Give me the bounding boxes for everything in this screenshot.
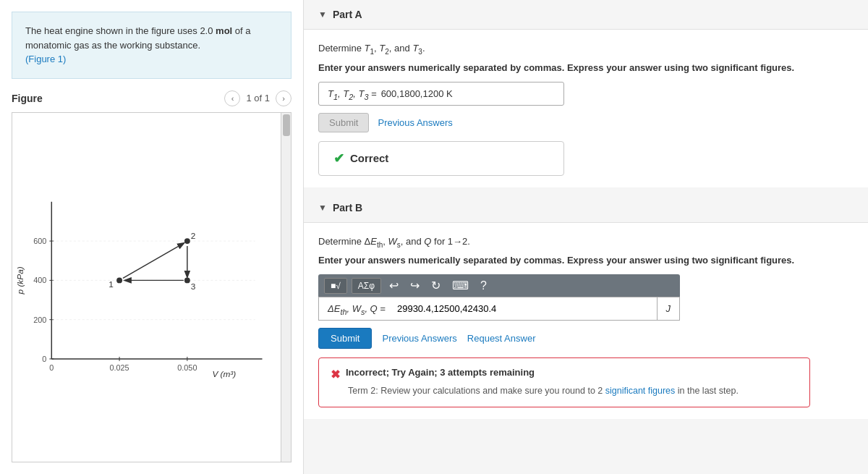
part-b-section: ▼ Part B Determine ΔEth, Ws, and Q for 1…	[304, 193, 868, 419]
part-b-question: Determine ΔEth, Ws, and Q for 1→2.	[318, 234, 854, 249]
incorrect-detail-text2: in the last step.	[678, 386, 739, 396]
check-icon: ✔	[333, 151, 344, 166]
svg-text:p (kPa): p (kPa)	[15, 266, 25, 295]
incorrect-header-text: Incorrect; Try Again; 3 attempts remaini…	[346, 367, 535, 378]
part-b-instruction: Enter your answers numerically separated…	[318, 254, 854, 267]
part-a-answer-value: 600,1800,1200 K	[381, 88, 453, 99]
svg-text:600: 600	[33, 237, 46, 245]
svg-text:0: 0	[49, 363, 54, 371]
svg-text:0.025: 0.025	[110, 363, 129, 371]
part-b-previous-answers-link[interactable]: Previous Answers	[382, 333, 456, 344]
left-panel: The heat engine shown in the figure uses…	[0, 0, 304, 474]
math-toolbar: ■√ ΑΣφ ↩ ↪ ↻ ⌨ ?	[318, 274, 680, 297]
svg-point-26	[184, 277, 190, 283]
part-a-input-box: T1, T2, T3 = 600,1800,1200 K	[318, 82, 564, 106]
incorrect-detail: Term 2: Review your calculations and mak…	[331, 384, 798, 398]
matrix-button[interactable]: ■√	[324, 278, 347, 294]
keyboard-button[interactable]: ⌨	[448, 277, 472, 294]
refresh-button[interactable]: ↻	[427, 277, 444, 294]
figure-header: Figure ‹ 1 of 1 ›	[12, 90, 292, 106]
svg-text:0.050: 0.050	[177, 363, 197, 371]
part-b-answer-input[interactable]	[391, 297, 657, 320]
svg-line-21	[123, 243, 184, 278]
prev-figure-button[interactable]: ‹	[224, 90, 240, 106]
svg-text:200: 200	[33, 315, 46, 323]
problem-text-main: The heat engine shown in the figure uses…	[25, 25, 216, 36]
svg-point-25	[184, 238, 190, 244]
part-b-header: ▼ Part B	[304, 193, 868, 223]
part-a-question: Determine T1, T2, and T3.	[318, 41, 854, 56]
correct-label: Correct	[350, 152, 388, 164]
part-b-collapse-icon[interactable]: ▼	[318, 203, 327, 213]
svg-text:3: 3	[191, 282, 196, 292]
part-a-header: ▼ Part A	[304, 0, 868, 30]
part-a-submit-button[interactable]: Submit	[318, 113, 369, 132]
figure-link[interactable]: (Figure 1)	[25, 54, 66, 64]
figure-nav: ‹ 1 of 1 ›	[224, 90, 292, 106]
part-a-actions: Submit Previous Answers	[318, 113, 854, 132]
part-a-formula-prefix: T1, T2, T3 =	[328, 88, 377, 99]
svg-text:0: 0	[42, 354, 46, 363]
part-b-input-container: ΔEth, Ws, Q = J	[318, 297, 680, 321]
redo-button[interactable]: ↪	[407, 277, 423, 294]
part-a-previous-answers-link[interactable]: Previous Answers	[378, 117, 452, 128]
right-panel: ▼ Part A Determine T1, T2, and T3. Enter…	[304, 0, 868, 474]
part-b-submit-button[interactable]: Submit	[318, 328, 372, 349]
incorrect-box: ✖ Incorrect; Try Again; 3 attempts remai…	[318, 357, 810, 407]
correct-box: ✔ Correct	[318, 141, 564, 176]
graph-container: p (kPa) V (m³) 0 200 400 600 0 0.025	[12, 112, 292, 463]
part-b-title: Part B	[333, 202, 362, 213]
significant-figures-link[interactable]: significant figures	[605, 386, 676, 396]
sigma-button[interactable]: ΑΣφ	[352, 278, 381, 294]
svg-text:400: 400	[33, 276, 46, 284]
mol-bold: mol	[216, 25, 232, 36]
figure-counter: 1 of 1	[246, 93, 270, 103]
part-a-collapse-icon[interactable]: ▼	[318, 9, 327, 20]
x-icon: ✖	[331, 368, 340, 381]
figure-section: Figure ‹ 1 of 1 › p (kPa) V (m³) 0 200	[0, 90, 303, 475]
part-b-actions: Submit Previous Answers Request Answer	[318, 328, 854, 349]
graph-scrollbar[interactable]	[281, 113, 291, 462]
part-b-content: Determine ΔEth, Ws, and Q for 1→2. Enter…	[304, 223, 868, 419]
svg-point-24	[116, 277, 122, 283]
part-a-section: ▼ Part A Determine T1, T2, and T3. Enter…	[304, 0, 868, 187]
part-b-formula-prefix: ΔEth, Ws, Q =	[319, 297, 391, 320]
graph-svg: p (kPa) V (m³) 0 200 400 600 0 0.025	[12, 113, 291, 462]
svg-text:1: 1	[109, 279, 114, 289]
part-b-request-answer-link[interactable]: Request Answer	[467, 333, 536, 344]
part-a-content: Determine T1, T2, and T3. Enter your ans…	[304, 30, 868, 187]
next-figure-button[interactable]: ›	[276, 90, 292, 106]
problem-statement: The heat engine shown in the figure uses…	[12, 12, 292, 79]
svg-text:V (m³): V (m³)	[212, 368, 236, 378]
incorrect-detail-text: Term 2: Review your calculations and mak…	[348, 386, 603, 396]
undo-button[interactable]: ↩	[386, 277, 402, 294]
figure-title: Figure	[12, 93, 43, 104]
svg-text:2: 2	[191, 231, 196, 241]
incorrect-header: ✖ Incorrect; Try Again; 3 attempts remai…	[331, 367, 798, 381]
part-a-instruction: Enter your answers numerically separated…	[318, 62, 854, 75]
part-b-unit: J	[657, 297, 680, 320]
part-a-title: Part A	[333, 9, 362, 20]
help-button[interactable]: ?	[477, 278, 490, 294]
